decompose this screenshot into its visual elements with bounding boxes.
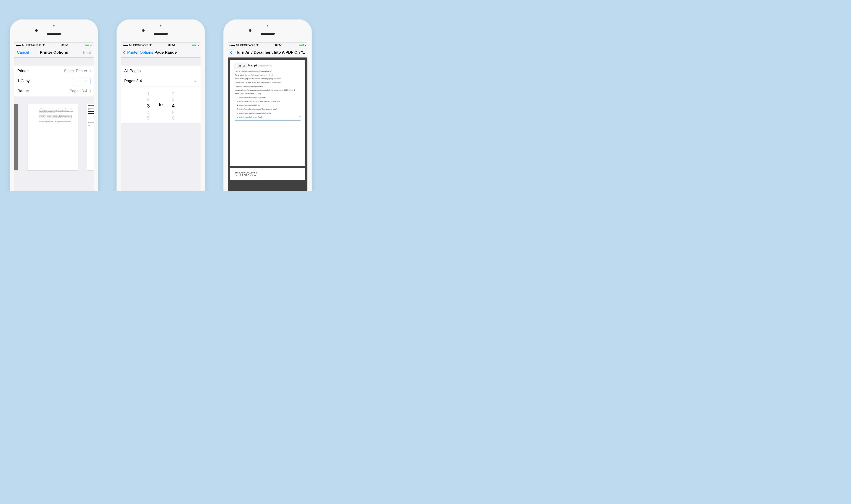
rss-icon: ≋: [237, 116, 239, 118]
spacer: [14, 57, 94, 66]
printer-value: Select Printer: [64, 69, 87, 73]
back-label: Printer Options: [127, 50, 153, 55]
cancel-button[interactable]: Cancel: [17, 50, 29, 55]
screen-page-range: ●●●●● MEDIONmobile 09:51 ϟ Printer Optio…: [121, 42, 200, 191]
twitter-icon: 𝕏: [237, 104, 239, 106]
prev-page-peek[interactable]: [14, 104, 18, 170]
status-time: 09:51: [168, 43, 175, 47]
pages-range-row[interactable]: Pages 3-4 ✓: [121, 76, 200, 86]
chevron-left-icon: [231, 51, 233, 55]
doc-title-line: Turn Any Document: [235, 171, 301, 174]
status-bar: ●●●●● MEDIONmobile 09:50 ϟ: [228, 43, 307, 48]
hamburger-icon: ≡: [299, 116, 301, 117]
battery-icon: [299, 44, 304, 46]
status-time: 09:50: [275, 43, 282, 47]
carrier-label: MEDIONmobile: [129, 43, 148, 47]
screen-pdf-preview: ●●●●● MEDIONmobile 09:50 ϟ Turn Any Docu…: [228, 42, 307, 191]
doc-link-list: How-To (http://www.cultofmac.com/categor…: [235, 70, 301, 94]
preview-text: Simply tap on the document to open it, t…: [39, 121, 73, 124]
separator-line: [235, 120, 301, 121]
chevron-right-icon: [89, 90, 90, 93]
phone-notch: [224, 20, 312, 42]
carrier-label: MEDIONmobile: [22, 43, 41, 47]
preview-text: Once installed, one of the easiest ways …: [39, 114, 73, 120]
signal-dots-icon: ●●●●●: [229, 44, 235, 47]
wifi-icon: [256, 44, 259, 47]
range-options-group: All Pages Pages 3-4 ✓: [121, 66, 200, 86]
doc-link: Reviews (http://www.cultofmac.com/catego…: [235, 74, 301, 76]
doc-social-list: f (https://www.facebook.com/cultofmac) g…: [235, 97, 301, 118]
picker-to-value: 4: [165, 102, 181, 110]
pdf-page-1[interactable]: 1 of 23 Mac (/) .com/category/news/) How…: [230, 60, 305, 166]
doc-link: Deals (//deals.cultofmac.com/) Buyback (…: [235, 82, 301, 83]
back-button[interactable]: Printer Options: [124, 50, 153, 55]
document-viewport[interactable]: 1 of 23 Mac (/) .com/category/news/) How…: [228, 57, 307, 191]
printer-row[interactable]: Printer Select Printer: [14, 66, 94, 76]
page-count-badge: 1 of 23: [234, 63, 247, 69]
copies-stepper: − +: [72, 78, 90, 84]
doc-link: How-To (http://www.cultofmac.com/categor…: [235, 70, 301, 72]
battery-icon: [192, 44, 197, 46]
all-pages-label: All Pages: [124, 69, 141, 73]
phone-2: ●●●●● MEDIONmobile 09:51 ϟ Printer Optio…: [117, 20, 205, 191]
page-thumb-3[interactable]: but if this is something you'll want to …: [28, 104, 78, 170]
picker-to-column[interactable]: 2 3 4 5 6: [165, 87, 181, 123]
signal-dots-icon: ●●●●●: [16, 44, 21, 47]
stumble-icon: ⚘: [237, 108, 239, 110]
next-page-peek[interactable]: main canvas id adaptive display main can…: [87, 104, 94, 170]
page-range-picker[interactable]: 1 2 3 4 5 to 2 3 4 5 6: [121, 86, 200, 123]
charging-icon: ϟ: [198, 44, 199, 47]
copies-label: 1 Copy: [17, 79, 30, 83]
copies-decrement[interactable]: −: [72, 78, 81, 84]
spacer: [121, 57, 200, 66]
gplus-icon: g: [237, 101, 239, 102]
copies-row: 1 Copy − +: [14, 76, 94, 86]
range-row[interactable]: Range Pages 3-4: [14, 86, 94, 96]
checkmark-icon: ✓: [194, 78, 197, 84]
preview-text: (http://w any docu device w via taste 4S…: [88, 122, 94, 126]
doc-link: App Business (http://www.cultofmac.com/c…: [235, 78, 301, 79]
status-time: 09:51: [61, 43, 69, 47]
charging-icon: ϟ: [304, 44, 306, 47]
nav-bar: Cancel Printer Options Print: [14, 48, 94, 57]
page-preview-area[interactable]: but if this is something you'll want to …: [14, 96, 94, 191]
pages-range-label: Pages 3-4: [124, 79, 142, 83]
picker-from-value: 3: [140, 102, 157, 110]
settings-group: Printer Select Printer 1 Copy − + Range …: [14, 66, 94, 96]
battery-icon: [85, 44, 90, 46]
wifi-icon: [42, 44, 45, 47]
picker-from-column[interactable]: 1 2 3 4 5: [140, 87, 157, 123]
status-bar: ●●●●● MEDIONmobile 09:51 ϟ: [14, 43, 94, 48]
chevron-left-icon: [124, 51, 126, 55]
all-pages-row[interactable]: All Pages: [121, 66, 200, 76]
back-button[interactable]: [231, 51, 233, 55]
doc-link: Watch Store (//store.cultofmac.com/): [235, 93, 301, 94]
charging-icon: ϟ: [91, 44, 92, 47]
layout-divider-2: [214, 0, 214, 191]
phone-3: ●●●●● MEDIONmobile 09:50 ϟ Turn Any Docu…: [224, 20, 312, 191]
doc-title-line: Into A PDF On Your: [235, 174, 301, 177]
range-label: Range: [17, 89, 29, 93]
signal-dots-icon: ●●●●●: [122, 44, 128, 47]
copies-increment[interactable]: +: [81, 78, 90, 84]
nav-title: Page Range: [153, 50, 189, 55]
phone-notch: [117, 20, 205, 42]
nav-title: Turn Any Document Into A PDF On Y...: [237, 48, 305, 57]
wifi-icon: [149, 44, 152, 47]
youtube-icon: ▶: [237, 112, 239, 114]
doc-link: Podcast (//www.cultofmac.com/cultcast/): [235, 85, 301, 87]
doc-link: Magazine (https://itunes.apple.com/us/ap…: [235, 89, 301, 91]
preview-text: but if this is something you'll want to …: [39, 108, 73, 113]
phone-1: ●●●●● MEDIONmobile 09:51 ϟ Cancel Printe…: [10, 20, 98, 191]
chevron-right-icon: [89, 70, 90, 73]
carrier-label: MEDIONmobile: [236, 43, 255, 47]
doc-heading-url: .com/category/news/): [257, 65, 272, 67]
nav-bar: Printer Options Page Range: [121, 48, 200, 57]
picker-to-label: to: [159, 102, 163, 107]
range-value: Pages 3-4: [70, 89, 87, 93]
screen-printer-options: ●●●●● MEDIONmobile 09:51 ϟ Cancel Printe…: [14, 42, 94, 191]
pdf-page-2[interactable]: Turn Any Document Into A PDF On Your: [230, 168, 305, 180]
print-button[interactable]: Print: [83, 50, 91, 55]
printer-label: Printer: [17, 69, 29, 73]
status-bar: ●●●●● MEDIONmobile 09:51 ϟ: [121, 43, 200, 48]
